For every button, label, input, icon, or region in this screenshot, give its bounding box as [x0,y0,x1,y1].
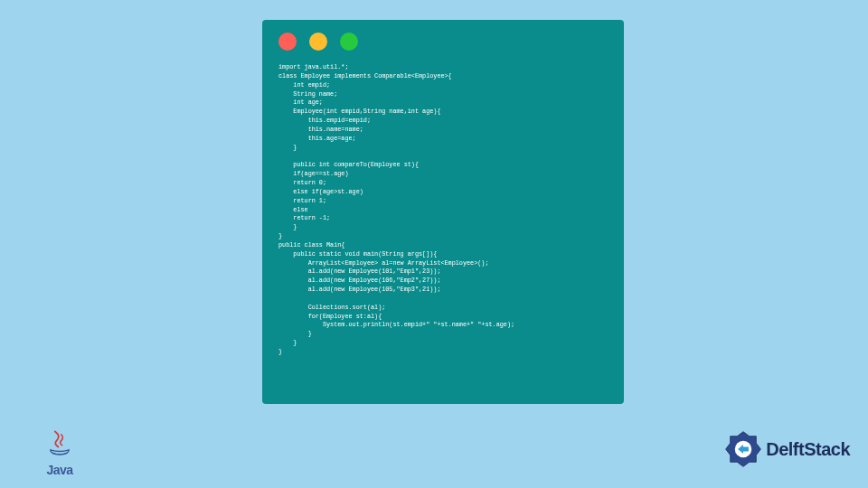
delftstack-logo-text: DelftStack [766,439,850,460]
delftstack-logo: DelftStack [724,430,850,468]
minimize-icon[interactable] [309,33,327,51]
code-block: import java.util.*; class Employee imple… [278,63,608,357]
java-logo: Java [38,428,81,477]
java-logo-text: Java [38,463,81,477]
java-cup-icon [44,428,75,459]
close-icon[interactable] [278,33,297,51]
maximize-icon[interactable] [340,33,358,51]
delftstack-badge-icon [724,430,762,468]
window-controls [278,33,608,51]
code-window: import java.util.*; class Employee imple… [262,20,624,404]
